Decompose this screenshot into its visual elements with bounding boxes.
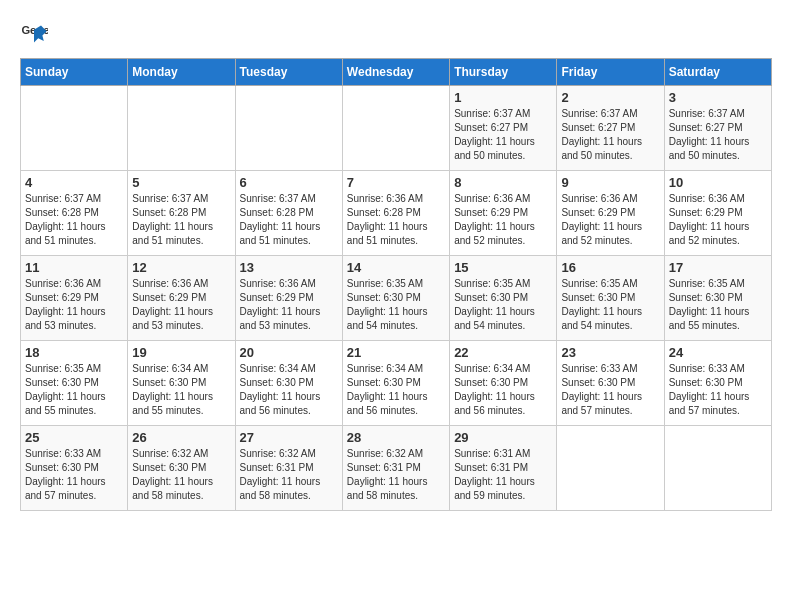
day-info: Sunrise: 6:34 AM Sunset: 6:30 PM Dayligh… bbox=[454, 362, 552, 418]
calendar-cell: 4Sunrise: 6:37 AM Sunset: 6:28 PM Daylig… bbox=[21, 171, 128, 256]
day-info: Sunrise: 6:35 AM Sunset: 6:30 PM Dayligh… bbox=[25, 362, 123, 418]
day-info: Sunrise: 6:34 AM Sunset: 6:30 PM Dayligh… bbox=[240, 362, 338, 418]
day-number: 14 bbox=[347, 260, 445, 275]
calendar-cell: 25Sunrise: 6:33 AM Sunset: 6:30 PM Dayli… bbox=[21, 426, 128, 511]
day-info: Sunrise: 6:32 AM Sunset: 6:30 PM Dayligh… bbox=[132, 447, 230, 503]
calendar-cell: 9Sunrise: 6:36 AM Sunset: 6:29 PM Daylig… bbox=[557, 171, 664, 256]
calendar-cell: 20Sunrise: 6:34 AM Sunset: 6:30 PM Dayli… bbox=[235, 341, 342, 426]
calendar-table: SundayMondayTuesdayWednesdayThursdayFrid… bbox=[20, 58, 772, 511]
day-number: 4 bbox=[25, 175, 123, 190]
day-number: 22 bbox=[454, 345, 552, 360]
day-number: 23 bbox=[561, 345, 659, 360]
day-number: 15 bbox=[454, 260, 552, 275]
day-number: 18 bbox=[25, 345, 123, 360]
day-info: Sunrise: 6:31 AM Sunset: 6:31 PM Dayligh… bbox=[454, 447, 552, 503]
calendar-cell: 8Sunrise: 6:36 AM Sunset: 6:29 PM Daylig… bbox=[450, 171, 557, 256]
calendar-cell: 28Sunrise: 6:32 AM Sunset: 6:31 PM Dayli… bbox=[342, 426, 449, 511]
day-info: Sunrise: 6:37 AM Sunset: 6:28 PM Dayligh… bbox=[240, 192, 338, 248]
calendar-cell: 5Sunrise: 6:37 AM Sunset: 6:28 PM Daylig… bbox=[128, 171, 235, 256]
logo: General bbox=[20, 20, 52, 48]
day-info: Sunrise: 6:35 AM Sunset: 6:30 PM Dayligh… bbox=[454, 277, 552, 333]
day-number: 28 bbox=[347, 430, 445, 445]
day-info: Sunrise: 6:36 AM Sunset: 6:28 PM Dayligh… bbox=[347, 192, 445, 248]
calendar-cell bbox=[21, 86, 128, 171]
calendar-cell: 15Sunrise: 6:35 AM Sunset: 6:30 PM Dayli… bbox=[450, 256, 557, 341]
day-number: 19 bbox=[132, 345, 230, 360]
day-info: Sunrise: 6:37 AM Sunset: 6:28 PM Dayligh… bbox=[132, 192, 230, 248]
calendar-cell: 11Sunrise: 6:36 AM Sunset: 6:29 PM Dayli… bbox=[21, 256, 128, 341]
day-info: Sunrise: 6:33 AM Sunset: 6:30 PM Dayligh… bbox=[25, 447, 123, 503]
week-row-5: 25Sunrise: 6:33 AM Sunset: 6:30 PM Dayli… bbox=[21, 426, 772, 511]
week-row-1: 1Sunrise: 6:37 AM Sunset: 6:27 PM Daylig… bbox=[21, 86, 772, 171]
day-info: Sunrise: 6:36 AM Sunset: 6:29 PM Dayligh… bbox=[561, 192, 659, 248]
day-info: Sunrise: 6:33 AM Sunset: 6:30 PM Dayligh… bbox=[561, 362, 659, 418]
day-info: Sunrise: 6:35 AM Sunset: 6:30 PM Dayligh… bbox=[561, 277, 659, 333]
day-number: 7 bbox=[347, 175, 445, 190]
day-info: Sunrise: 6:34 AM Sunset: 6:30 PM Dayligh… bbox=[132, 362, 230, 418]
day-number: 8 bbox=[454, 175, 552, 190]
day-info: Sunrise: 6:36 AM Sunset: 6:29 PM Dayligh… bbox=[132, 277, 230, 333]
calendar-cell: 6Sunrise: 6:37 AM Sunset: 6:28 PM Daylig… bbox=[235, 171, 342, 256]
day-number: 17 bbox=[669, 260, 767, 275]
week-row-3: 11Sunrise: 6:36 AM Sunset: 6:29 PM Dayli… bbox=[21, 256, 772, 341]
calendar-cell: 27Sunrise: 6:32 AM Sunset: 6:31 PM Dayli… bbox=[235, 426, 342, 511]
day-number: 5 bbox=[132, 175, 230, 190]
calendar-cell bbox=[235, 86, 342, 171]
day-info: Sunrise: 6:37 AM Sunset: 6:27 PM Dayligh… bbox=[669, 107, 767, 163]
calendar-cell: 2Sunrise: 6:37 AM Sunset: 6:27 PM Daylig… bbox=[557, 86, 664, 171]
day-info: Sunrise: 6:36 AM Sunset: 6:29 PM Dayligh… bbox=[669, 192, 767, 248]
day-info: Sunrise: 6:37 AM Sunset: 6:28 PM Dayligh… bbox=[25, 192, 123, 248]
day-number: 12 bbox=[132, 260, 230, 275]
day-info: Sunrise: 6:36 AM Sunset: 6:29 PM Dayligh… bbox=[25, 277, 123, 333]
day-number: 20 bbox=[240, 345, 338, 360]
day-number: 9 bbox=[561, 175, 659, 190]
day-info: Sunrise: 6:33 AM Sunset: 6:30 PM Dayligh… bbox=[669, 362, 767, 418]
weekday-header-tuesday: Tuesday bbox=[235, 59, 342, 86]
week-row-4: 18Sunrise: 6:35 AM Sunset: 6:30 PM Dayli… bbox=[21, 341, 772, 426]
day-info: Sunrise: 6:36 AM Sunset: 6:29 PM Dayligh… bbox=[454, 192, 552, 248]
day-info: Sunrise: 6:32 AM Sunset: 6:31 PM Dayligh… bbox=[240, 447, 338, 503]
day-info: Sunrise: 6:37 AM Sunset: 6:27 PM Dayligh… bbox=[561, 107, 659, 163]
day-number: 27 bbox=[240, 430, 338, 445]
weekday-header-wednesday: Wednesday bbox=[342, 59, 449, 86]
calendar-cell bbox=[342, 86, 449, 171]
calendar-cell: 1Sunrise: 6:37 AM Sunset: 6:27 PM Daylig… bbox=[450, 86, 557, 171]
calendar-cell bbox=[557, 426, 664, 511]
day-number: 21 bbox=[347, 345, 445, 360]
day-info: Sunrise: 6:36 AM Sunset: 6:29 PM Dayligh… bbox=[240, 277, 338, 333]
day-number: 29 bbox=[454, 430, 552, 445]
logo-icon: General bbox=[20, 20, 48, 48]
calendar-cell: 3Sunrise: 6:37 AM Sunset: 6:27 PM Daylig… bbox=[664, 86, 771, 171]
day-number: 25 bbox=[25, 430, 123, 445]
calendar-cell: 24Sunrise: 6:33 AM Sunset: 6:30 PM Dayli… bbox=[664, 341, 771, 426]
weekday-header-saturday: Saturday bbox=[664, 59, 771, 86]
day-number: 6 bbox=[240, 175, 338, 190]
calendar-cell: 19Sunrise: 6:34 AM Sunset: 6:30 PM Dayli… bbox=[128, 341, 235, 426]
day-number: 3 bbox=[669, 90, 767, 105]
weekday-header-thursday: Thursday bbox=[450, 59, 557, 86]
calendar-cell bbox=[664, 426, 771, 511]
calendar-cell: 29Sunrise: 6:31 AM Sunset: 6:31 PM Dayli… bbox=[450, 426, 557, 511]
week-row-2: 4Sunrise: 6:37 AM Sunset: 6:28 PM Daylig… bbox=[21, 171, 772, 256]
calendar-cell: 10Sunrise: 6:36 AM Sunset: 6:29 PM Dayli… bbox=[664, 171, 771, 256]
page-header: General bbox=[20, 20, 772, 48]
day-number: 10 bbox=[669, 175, 767, 190]
calendar-cell: 16Sunrise: 6:35 AM Sunset: 6:30 PM Dayli… bbox=[557, 256, 664, 341]
calendar-cell: 26Sunrise: 6:32 AM Sunset: 6:30 PM Dayli… bbox=[128, 426, 235, 511]
day-number: 2 bbox=[561, 90, 659, 105]
weekday-header-row: SundayMondayTuesdayWednesdayThursdayFrid… bbox=[21, 59, 772, 86]
day-number: 13 bbox=[240, 260, 338, 275]
day-number: 24 bbox=[669, 345, 767, 360]
calendar-cell: 13Sunrise: 6:36 AM Sunset: 6:29 PM Dayli… bbox=[235, 256, 342, 341]
calendar-cell: 21Sunrise: 6:34 AM Sunset: 6:30 PM Dayli… bbox=[342, 341, 449, 426]
weekday-header-sunday: Sunday bbox=[21, 59, 128, 86]
calendar-cell: 23Sunrise: 6:33 AM Sunset: 6:30 PM Dayli… bbox=[557, 341, 664, 426]
day-number: 26 bbox=[132, 430, 230, 445]
calendar-cell: 7Sunrise: 6:36 AM Sunset: 6:28 PM Daylig… bbox=[342, 171, 449, 256]
weekday-header-monday: Monday bbox=[128, 59, 235, 86]
day-info: Sunrise: 6:32 AM Sunset: 6:31 PM Dayligh… bbox=[347, 447, 445, 503]
calendar-cell: 14Sunrise: 6:35 AM Sunset: 6:30 PM Dayli… bbox=[342, 256, 449, 341]
day-number: 16 bbox=[561, 260, 659, 275]
calendar-cell: 22Sunrise: 6:34 AM Sunset: 6:30 PM Dayli… bbox=[450, 341, 557, 426]
calendar-cell: 12Sunrise: 6:36 AM Sunset: 6:29 PM Dayli… bbox=[128, 256, 235, 341]
